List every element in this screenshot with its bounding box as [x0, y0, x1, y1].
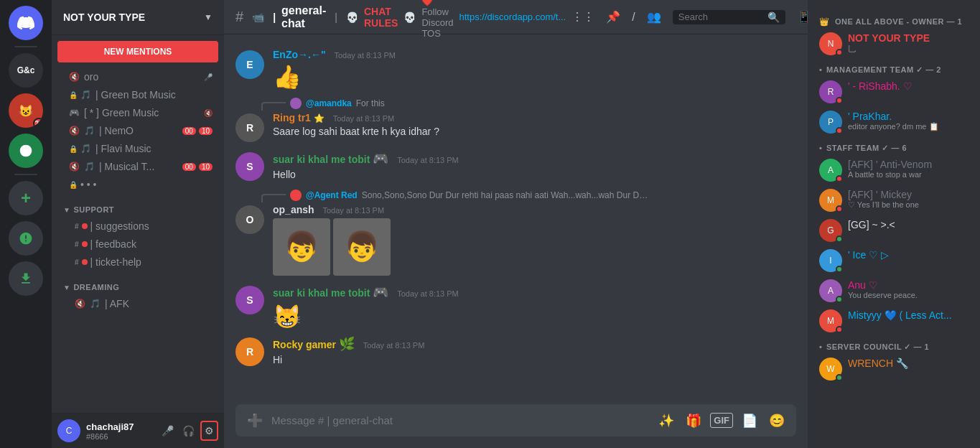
message-text-2: Saare log sahi baat krte h kya idhar ? — [273, 125, 796, 139]
message-content-2: Ring tr1 ⭐ Today at 8:13 PM Saare log sa… — [273, 112, 796, 142]
channel-item-oro[interactable]: 🔇 oro 🎤 — [57, 68, 218, 85]
server-add-button[interactable]: + — [9, 181, 43, 215]
gif-icon[interactable]: GIF — [710, 413, 733, 428]
pin-icon[interactable]: 📌 — [606, 10, 620, 24]
musical-badges: 00 10 — [182, 163, 213, 171]
channel-badges-oro: 🎤 — [204, 73, 213, 81]
member-name-pra: ' PraKhar. — [848, 111, 969, 122]
author-suar2: suar ki khal me tobit — [273, 287, 370, 299]
member-name-ris: ' - RiShabh. ♡ — [848, 80, 969, 92]
server-header[interactable]: NOT YOUR TYPE ▼ — [52, 0, 224, 35]
gemini-icon[interactable]: ✨ — [655, 410, 677, 431]
server-chevron-icon: ▼ — [204, 12, 213, 22]
author-ring: Ring tr1 — [273, 112, 311, 123]
server-icon-download[interactable] — [9, 261, 43, 296]
user-name: chachaji87 — [86, 421, 153, 432]
channel-item-feedback[interactable]: # | feedback — [57, 235, 218, 253]
user-info: chachaji87 #8666 — [86, 421, 153, 441]
member-ice[interactable]: I ' Ice ♡ ▷ — [813, 246, 974, 275]
server-icon-gc[interactable]: G&c — [9, 53, 43, 88]
server-icon-discord[interactable] — [9, 6, 43, 40]
member-name-anti: [AFK] ' Anti-Venom — [848, 159, 969, 170]
channel-name-flavi: | Flavi Music — [95, 143, 213, 154]
member-mickey[interactable]: M [AFK] ' Mickey ♡ Yes I'll be the one — [813, 186, 974, 215]
member-info-anu: Anu ♡ You deserve peace. — [848, 279, 969, 299]
member-nyt[interactable]: N NOT YOUR TYPE 乚 — [813, 29, 974, 58]
sticker-icon[interactable]: 📄 — [739, 410, 760, 431]
header-separator: | — [335, 11, 337, 23]
timestamp-2: Today at 8:13 PM — [333, 114, 395, 123]
hash-icon-feedback: # — [75, 241, 79, 248]
author-suar1: suar ki khal me tobit — [273, 154, 370, 165]
member-prakhar[interactable]: P ' PraKhar. editor anyone? dm me 📋 — [813, 108, 974, 136]
image-thumb-1: 👦 — [273, 218, 330, 276]
nemo-badges: 00 10 — [182, 127, 213, 135]
music-icon: 🎵 — [80, 90, 91, 100]
server-icon-green[interactable] — [9, 134, 43, 168]
people-icon[interactable]: 👥 — [647, 10, 661, 24]
channel-item-green-music[interactable]: 🎮 [ * ] Green Music 🔇 — [57, 104, 218, 121]
category-dreaming[interactable]: ▼ DREAMING — [52, 271, 224, 294]
channel-item-afk[interactable]: 🔇 🎵 | AFK — [57, 295, 218, 312]
user-tag: #8666 — [86, 432, 153, 441]
chat-rules-link[interactable]: CHAT RULES — [364, 6, 398, 29]
member-status-mickey: ♡ Yes I'll be the one — [848, 200, 969, 210]
settings-button[interactable]: ⚙ — [200, 421, 218, 441]
gift-icon[interactable]: 🎁 — [683, 410, 704, 431]
mute-button[interactable]: 🎤 — [159, 422, 177, 439]
mute-icon-afk: 🔇 — [75, 299, 85, 309]
reply-block-1: @amandka For this R Ring tr1 ⭐ Today at … — [224, 93, 808, 148]
header-search[interactable]: 🔍 — [673, 10, 785, 24]
channel-name-nemo: | NemO — [99, 125, 182, 136]
plus-icon[interactable]: ➕ — [244, 410, 266, 431]
message-group-2: R Ring tr1 ⭐ Today at 8:13 PM Saare log … — [224, 112, 808, 145]
channel-item-nemo[interactable]: 🔇 🎵 | NemO 00 10 — [57, 122, 218, 139]
message-group-1: E EnZo→.←" Today at 8:13 PM 👍 — [224, 46, 808, 93]
image-preview-1: 👦 👦 — [273, 218, 796, 276]
member-anu[interactable]: A Anu ♡ You deserve peace. — [813, 276, 974, 305]
member-status-text-nyt: 乚 — [848, 44, 969, 55]
reply-avatar-2 — [290, 190, 302, 201]
member-gg[interactable]: G [GG] ~ >.< — [813, 216, 974, 245]
message-input[interactable] — [271, 404, 650, 437]
message-text-6: Hi — [273, 353, 796, 368]
slash-icon[interactable]: / — [632, 11, 635, 24]
member-avatar-pra: P — [819, 111, 842, 134]
category-support[interactable]: ▼ SUPPORT — [52, 194, 224, 217]
member-wrench[interactable]: W WRENCH 🔧 — [813, 355, 974, 383]
tos-link[interactable]: https://discordapp.com/t... — [459, 11, 566, 22]
member-info-pra: ' PraKhar. editor anyone? dm me 📋 — [848, 111, 969, 131]
channel-item-suggestions[interactable]: # | suggestions — [57, 218, 218, 235]
reply-indicator-1: @amandka For this — [224, 96, 808, 111]
deafen-button[interactable]: 🎧 — [179, 422, 197, 439]
new-mentions-button[interactable]: NEW MENTIONS — [57, 41, 218, 62]
badge-10: 10 — [199, 127, 213, 135]
member-status-anu: You deserve peace. — [848, 291, 969, 299]
video-icon: 📹 — [252, 11, 264, 23]
channel-item-ticket[interactable]: # | ticket-help — [57, 253, 218, 271]
suar-badge-icon: 🎮 — [373, 151, 388, 166]
channel-item-flavi[interactable]: 🔒 🎵 | Flavi Music — [57, 140, 218, 157]
channel-item-green-bot[interactable]: 🔒 🎵 | Green Bot Music — [57, 86, 218, 103]
reply-indicator-2: @Agent Red Sono,Sono,Sono Dur Dur rehti … — [224, 188, 808, 202]
server-icon-explore[interactable] — [9, 221, 43, 256]
search-input[interactable] — [678, 11, 765, 22]
server-list: G&c 😺 23 + — [0, 0, 52, 448]
channel-item-musical[interactable]: 🔇 🎵 | Musical T... 00 10 — [57, 158, 218, 175]
channel-item-dots[interactable]: 🔒 • • • — [57, 176, 218, 193]
members-category-staff: • STAFF TEAM ✓ — 6 — [813, 138, 974, 156]
channel-name-suggestions: | suggestions — [90, 220, 213, 232]
channel-name-green-music: [ * ] Green Music — [84, 107, 204, 118]
server-icon-red[interactable]: 😺 23 — [9, 93, 43, 128]
member-rishabh[interactable]: R ' - RiShabh. ♡ — [813, 78, 974, 106]
member-antivenom[interactable]: A [AFK] ' Anti-Venom A battle to stop a … — [813, 156, 974, 185]
members-category-council: • SERVER COUNCIL ✓ — 1 — [813, 337, 974, 355]
members-icon[interactable]: ⋮⋮ — [571, 10, 594, 24]
mute-icon-musical: 🔇 — [69, 162, 80, 172]
emoji-icon[interactable]: 😊 — [766, 410, 788, 431]
timestamp-5: Today at 8:13 PM — [397, 289, 459, 298]
member-name-mist: Mistyyy 💙 ( Less Act... — [848, 309, 969, 321]
member-avatar-nyt: N — [819, 32, 842, 55]
member-mistyyy[interactable]: M Mistyyy 💙 ( Less Act... — [813, 307, 974, 335]
message-content-4: op_ansh Today at 8:13 PM 👦 👦 — [273, 204, 796, 276]
